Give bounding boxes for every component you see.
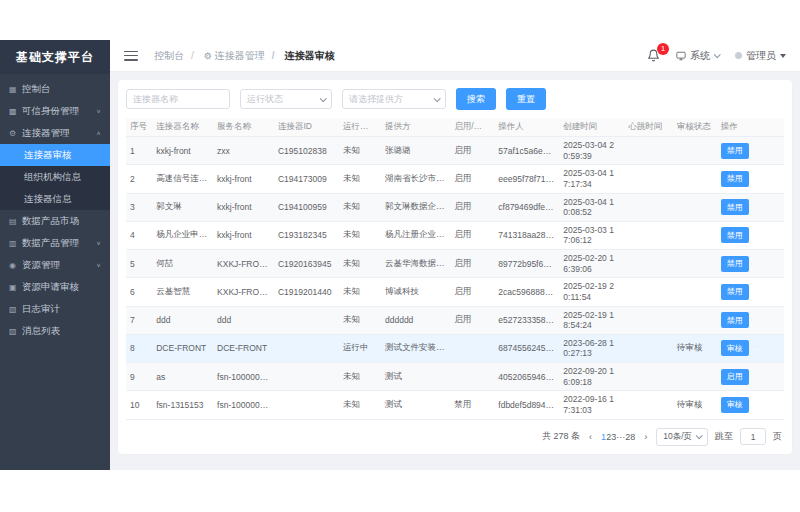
page-number[interactable]: ··· [616,432,625,442]
row-action-button[interactable]: 禁用 [721,199,749,215]
cell-service-name: zxx [213,137,274,165]
breadcrumb-connector-management[interactable]: ⚙连接器管理 [184,49,265,63]
dashboard-icon: ▦ [9,85,22,94]
row-action-button[interactable]: 禁用 [721,284,749,300]
table-row: 3 郭文琳 kxkj-front C194100959 未知 郭文琳数据企业01… [126,193,784,221]
cell-audit-status [673,250,717,278]
cell-provider: 测试 [381,391,450,419]
cell-service-name: kxkj-front [213,193,274,221]
prev-page-button[interactable]: ‹ [587,432,594,442]
sidebar-item-label: 可信身份管理 [22,105,96,118]
cell-connector-name: 云基智慧 [152,278,213,306]
cell-connector-id [274,334,339,362]
table-row: 2 高速信号连接器 kxkj-front C194173009 未知 湖南省长沙… [126,165,784,193]
page-list: 123···28 [601,432,635,442]
row-action-button[interactable]: 禁用 [721,171,749,187]
row-action-button[interactable]: 禁用 [721,227,749,243]
chevron-down-icon [320,95,327,102]
row-action-button[interactable]: 审核 [721,340,749,356]
search-button[interactable]: 搜索 [456,88,496,110]
cell-run-status: 未知 [339,278,381,306]
cell-heartbeat-time [624,278,672,306]
sidebar-item[interactable]: 连接器审核 [0,144,110,166]
row-action-button[interactable]: 禁用 [721,312,749,328]
connector-settings-icon: ⚙ [9,129,22,138]
cell-actions: 审核启用 [717,391,784,419]
sidebar-item-label: 资源申请审核 [22,281,101,294]
sidebar-item[interactable]: ▥ 数据产品管理 ∨ [0,232,110,254]
provider-select[interactable]: 请选择提供方 [342,89,446,109]
cell-operator: 741318aa28664... [494,221,559,249]
row-action-button[interactable]: 启用 [721,369,749,385]
sidebar-item[interactable]: ▩ 可信身份管理 ∨ [0,100,110,122]
sidebar-item[interactable]: ▧ 日志审计 [0,298,110,320]
page-size-select[interactable]: 10条/页 [656,428,708,446]
cell-connector-name: as [152,363,213,391]
cell-serial: 2 [126,165,152,193]
column-header: 运行状态 [339,118,381,137]
cell-run-status: 未知 [339,306,381,334]
sidebar-item[interactable]: 连接器信息 [0,188,110,210]
cell-serial: 7 [126,306,152,334]
table-row: 7 ddd ddd 未知 dddddd 启用 e527233358864... … [126,306,784,334]
hamburger-menu-icon[interactable] [124,51,138,61]
content: 运行状态 请选择提供方 搜索 重置 [110,72,800,470]
sidebar-item[interactable]: ◉ 资源管理 ∨ [0,254,110,276]
cell-heartbeat-time [624,391,672,419]
sidebar-item-label: 数据产品管理 [22,237,96,250]
message-icon: ▨ [9,327,22,336]
cell-operator: 57af1c5a6e684... [494,137,559,165]
cell-run-status: 未知 [339,221,381,249]
notification-bell-icon[interactable]: 1 [647,49,660,62]
cell-heartbeat-time [624,137,672,165]
cell-connector-id [274,391,339,419]
topbar: 控制台 ⚙连接器管理 连接器审核 1 系统 管理员 [110,40,800,72]
main-area: 控制台 ⚙连接器管理 连接器审核 1 系统 管理员 [110,40,800,470]
cell-connector-name: DCE-FRONT [152,334,213,362]
run-status-select[interactable]: 运行状态 [240,89,332,109]
cell-enabled: 禁用 [450,391,494,419]
row-action-button[interactable]: 禁用 [721,256,749,272]
sidebar-item-label: 消息列表 [22,325,101,338]
cell-actions: 启用 [717,363,784,391]
next-page-button[interactable]: › [642,432,649,442]
reset-button[interactable]: 重置 [506,88,546,110]
caret-down-icon [780,54,786,58]
cell-connector-id [274,306,339,334]
monitor-icon [676,51,686,61]
cell-operator: eee95f78f71545... [494,165,559,193]
log-audit-icon: ▧ [9,305,22,314]
cell-heartbeat-time [624,193,672,221]
cell-service-name: KXKJ-FRONT [213,278,274,306]
cell-enabled: 启用 [450,165,494,193]
cell-provider: 湖南省长沙市雨... [381,165,450,193]
sidebar-item[interactable]: ▨ 消息列表 [0,320,110,342]
page-number[interactable]: 28 [625,432,635,442]
table-row: 5 何喆 KXKJ-FRONT C1920163945 未知 云基华海数据公司 … [126,250,784,278]
cell-created-time: 2023-06-28 10:27:13 [559,334,624,362]
sidebar-item[interactable]: 组织机构信息 [0,166,110,188]
column-header: 连接器ID [274,118,339,137]
sidebar-item[interactable]: ▤ 数据产品市场 [0,210,110,232]
row-action-button[interactable]: 审核 [721,397,749,413]
cell-operator: 4052065946550... [494,363,559,391]
cell-actions: 禁用 [717,250,784,278]
cell-enabled: 启用 [450,306,494,334]
row-action-button[interactable]: 禁用 [721,143,749,159]
sidebar-item[interactable]: ▦ 控制台 [0,78,110,100]
sidebar-item-label: 控制台 [22,83,101,96]
sidebar-item[interactable]: ▣ 资源申请审核 [0,276,110,298]
app-window: 基础支撑平台 ▦ 控制台 ▩ 可信身份管理 ∨ ⚙ 连接器管理 ∧ [0,40,800,470]
column-header: 心跳时间 [624,118,672,137]
breadcrumb-console[interactable]: 控制台 [154,49,184,63]
user-menu[interactable]: 管理员 [735,49,786,63]
apply-audit-icon: ▣ [9,283,22,292]
cell-created-time: 2025-02-19 20:11:54 [559,278,624,306]
system-menu[interactable]: 系统 [676,49,719,63]
cell-serial: 1 [126,137,152,165]
cell-run-status: 未知 [339,250,381,278]
connector-name-input[interactable] [126,89,230,109]
jump-page-input[interactable] [740,428,766,445]
cell-heartbeat-time [624,306,672,334]
sidebar-item[interactable]: ⚙ 连接器管理 ∧ [0,122,110,144]
